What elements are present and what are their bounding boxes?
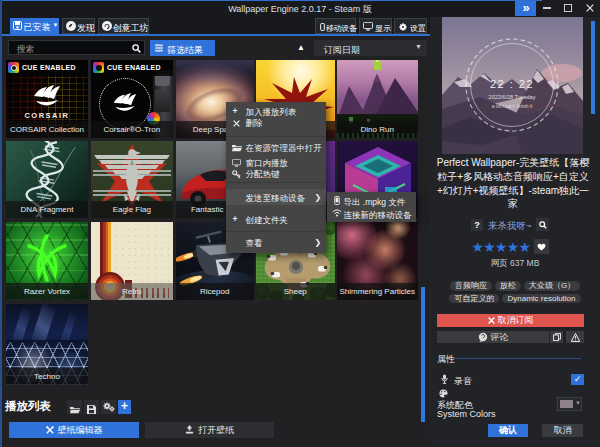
svg-text:22 : 22: 22 : 22	[490, 78, 534, 90]
svg-text:2022/6/28 Tuesday: 2022/6/28 Tuesday	[489, 94, 536, 100]
svg-text:a lot l can't finish it: a lot l can't finish it	[492, 103, 533, 109]
